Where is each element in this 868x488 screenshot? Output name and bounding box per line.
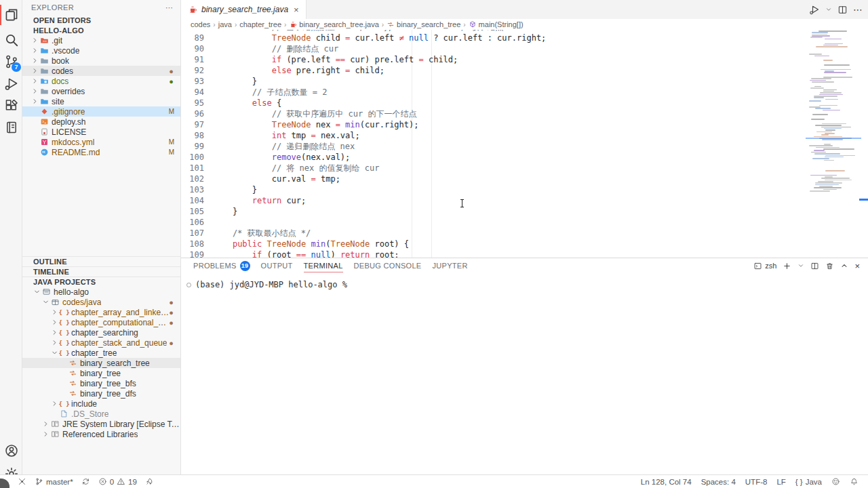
breadcrumb-item[interactable]: codes	[191, 20, 210, 28]
bottom-panel: PROBLEMS19OUTPUTTERMINALDEBUG CONSOLEJUP…	[181, 258, 868, 474]
activity-notebook-icon[interactable]	[0, 116, 22, 139]
tree-item-book[interactable]: book	[22, 56, 180, 66]
tree-item-README.md[interactable]: README.mdM	[22, 147, 180, 157]
maximize-panel-button[interactable]	[840, 262, 848, 270]
timeline-section[interactable]: TIMELINE	[22, 266, 180, 277]
java-projects-section[interactable]: JAVA PROJECTS	[22, 277, 180, 287]
git-branch-indicator[interactable]: master*	[35, 477, 73, 486]
split-editor-button[interactable]	[837, 5, 848, 15]
source-control-badge: 7	[12, 62, 21, 72]
minimap[interactable]	[808, 30, 857, 258]
tree-item-JRESystemLibraryEclipseTemurin1717....[interactable]: JRE System Library [Eclipse Temurin 17 […	[22, 419, 180, 429]
line-number: 103	[181, 184, 204, 195]
tab-binary-search-tree[interactable]: binary_search_tree.java ×	[181, 0, 307, 19]
chevron-down-icon[interactable]	[797, 262, 804, 269]
tree-item-hello-algo[interactable]: hello-algo	[22, 287, 180, 297]
split-terminal-button[interactable]	[810, 262, 819, 270]
tree-item-chapter_searching[interactable]: { }chapter_searching	[22, 327, 180, 338]
tools-icon[interactable]	[18, 477, 26, 486]
tree-item-.gitignore[interactable]: .gitignoreM	[22, 106, 180, 117]
warning-count: 19	[128, 478, 137, 486]
tree-item-chapter_stack_and_queue[interactable]: { }chapter_stack_and_queue●	[22, 338, 180, 348]
tree-item-codes[interactable]: codes●	[22, 66, 180, 76]
panel-tab-output[interactable]: OUTPUT	[261, 258, 293, 273]
tree-item-ReferencedLibraries[interactable]: Referenced Libraries	[22, 429, 180, 439]
activity-account-icon[interactable]	[0, 439, 22, 462]
chevron-down-icon[interactable]	[825, 6, 832, 13]
tree-item-include[interactable]: { }include	[22, 399, 180, 409]
root-folder-section[interactable]: HELLO-ALGO	[22, 25, 180, 35]
launch-profile-button[interactable]: zsh	[753, 262, 776, 270]
debug-run-icon[interactable]	[145, 477, 154, 486]
tree-item-binary_tree_dfs[interactable]: binary_tree_dfs	[22, 388, 180, 399]
sync-button[interactable]	[81, 477, 90, 486]
run-button[interactable]	[809, 4, 820, 15]
tree-item-label: LICENSE	[52, 127, 86, 137]
tree-item-binary_tree[interactable]: binary_tree	[22, 368, 180, 378]
feedback-smiley-icon[interactable]	[831, 477, 840, 486]
tree-item-deploy.sh[interactable]: deploy.sh	[22, 117, 180, 127]
terminal-content[interactable]: (base) jyd@JYD-MBP hello-algo %	[186, 280, 347, 289]
language-label: Java	[806, 478, 822, 486]
tree-item-site[interactable]: site	[22, 96, 180, 106]
chevron-right-icon	[31, 87, 39, 95]
panel-tab-jupyter[interactable]: JUPYTER	[432, 258, 467, 273]
outline-section[interactable]: OUTLINE	[22, 256, 180, 266]
git-status-badge: M	[169, 148, 174, 156]
tree-item-chapter_tree[interactable]: { }chapter_tree	[22, 348, 180, 358]
tree-item-chapter_array_and_linkedlist[interactable]: { }chapter_array_and_linkedlist●	[22, 307, 180, 317]
line-number: 95	[181, 98, 204, 108]
line-number: 92	[181, 65, 204, 76]
tree-item-docs[interactable]: docs●	[22, 76, 180, 86]
bell-icon[interactable]	[850, 477, 859, 486]
new-terminal-button[interactable]	[783, 262, 791, 270]
activity-source-control-icon[interactable]: 7	[0, 50, 22, 73]
activity-extensions-icon[interactable]	[0, 94, 22, 117]
trash-icon[interactable]	[825, 262, 834, 270]
breadcrumb-item[interactable]: binary_search_tree.java	[289, 20, 378, 28]
tree-item-LICENSE[interactable]: LICENSE	[22, 127, 180, 137]
chevron-right-icon	[50, 400, 59, 407]
shell-label: zsh	[765, 262, 776, 270]
more-actions-button[interactable]: ⋯	[853, 4, 863, 15]
tree-item-.vscode[interactable]: .vscode	[22, 45, 180, 56]
breadcrumb-item[interactable]: main(String[])	[469, 20, 524, 28]
panel-tab-debug-console[interactable]: DEBUG CONSOLE	[354, 258, 422, 273]
problems-indicator[interactable]: 0 19	[98, 477, 137, 486]
code-area[interactable]: 88 // 当子结点数量 = 0 / 1 时, child = null / 该…	[181, 30, 868, 258]
code-line-94: 94 // 子结点数量 = 2	[181, 87, 546, 98]
tree-item-label: Referenced Libraries	[62, 430, 138, 439]
tree-item-.git[interactable]: .git	[22, 35, 180, 45]
tree-item-binary_tree_bfs[interactable]: binary_tree_bfs	[22, 378, 180, 388]
close-icon[interactable]: ×	[292, 5, 300, 15]
tree-item-chapter_computational_complexity[interactable]: { }chapter_computational_complexity●	[22, 317, 180, 327]
panel-tab-terminal[interactable]: TERMINAL	[304, 258, 343, 273]
tree-item-mkdocs.yml[interactable]: mkdocs.ymlM	[22, 137, 180, 147]
cursor-position[interactable]: Ln 128, Col 74	[641, 478, 692, 486]
line-number: 96	[181, 108, 204, 119]
breadcrumb-item[interactable]: binary_search_tree	[387, 20, 460, 28]
chevron-right-icon	[50, 319, 59, 326]
close-panel-button[interactable]: ×	[854, 261, 860, 271]
tree-item-binary_search_tree[interactable]: binary_search_tree	[22, 358, 180, 368]
language-mode[interactable]: { } Java	[795, 478, 822, 486]
explorer-more-icon[interactable]: ⋯	[165, 3, 174, 12]
breadcrumb-item[interactable]: java	[218, 20, 232, 28]
encoding[interactable]: UTF-8	[745, 478, 768, 486]
gitignore-icon	[39, 107, 50, 116]
open-editors-section[interactable]: OPEN EDITORS	[22, 15, 180, 25]
panel-tab-problems[interactable]: PROBLEMS19	[193, 258, 250, 273]
tree-item-label: .DS_Store	[71, 409, 108, 419]
activity-explorer-icon[interactable]	[0, 3, 22, 26]
library-icon	[50, 430, 60, 439]
folder-docs-icon	[39, 77, 50, 85]
activity-search-icon[interactable]	[0, 28, 22, 52]
eol[interactable]: LF	[776, 478, 785, 486]
tree-item-codesjava[interactable]: codes/java●	[22, 297, 180, 307]
tree-item-overrides[interactable]: overrides	[22, 86, 180, 96]
activity-run-and-debug-icon[interactable]	[0, 72, 22, 95]
indentation[interactable]: Spaces: 4	[701, 478, 736, 486]
breadcrumb-item[interactable]: chapter_tree	[239, 20, 281, 28]
shell-icon	[39, 117, 50, 126]
tree-item-.DS_Store[interactable]: .DS_Store	[22, 409, 180, 419]
